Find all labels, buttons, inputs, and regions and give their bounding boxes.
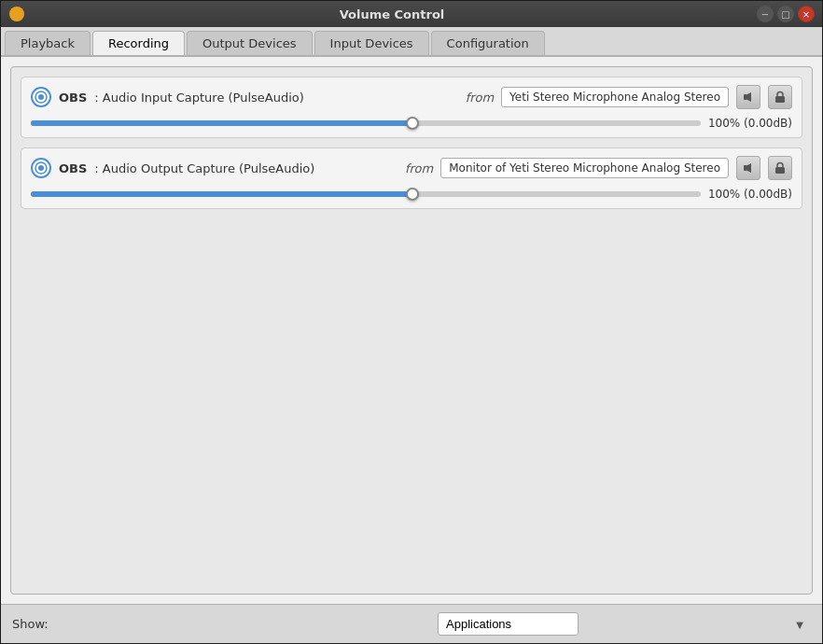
svg-point-2: [14, 11, 20, 17]
obs-output-app-name: OBS: [59, 161, 87, 175]
obs-input-app-name: OBS: [59, 91, 87, 105]
tab-configuration[interactable]: Configuration: [431, 31, 545, 55]
window-title: Volume Control: [27, 7, 757, 21]
obs-input-lock-button[interactable]: [768, 85, 792, 109]
obs-input-volume-value: 100% (0.00dB): [708, 117, 792, 130]
channel-header: OBS : Audio Input Capture (PulseAudio) f…: [31, 85, 792, 109]
tab-playback[interactable]: Playback: [5, 31, 91, 55]
footer: Show: Applications All Streams Recording…: [1, 604, 822, 643]
restore-button[interactable]: □: [777, 6, 794, 22]
app-icon: [8, 5, 27, 23]
tab-bar: Playback Recording Output Devices Input …: [1, 27, 822, 57]
obs-output-volume-value: 100% (0.00dB): [708, 188, 792, 201]
show-select-wrapper: Applications All Streams Recording Appli…: [438, 612, 811, 636]
close-button[interactable]: ×: [798, 6, 815, 22]
show-select[interactable]: Applications All Streams Recording Appli…: [438, 612, 579, 636]
obs-output-lock-button[interactable]: [768, 156, 792, 180]
tab-input-devices[interactable]: Input Devices: [314, 31, 429, 55]
obs-input-mute-button[interactable]: [736, 85, 760, 109]
svg-rect-5: [744, 94, 747, 100]
obs-input-from-label: from: [466, 91, 494, 105]
obs-input-icon: [31, 87, 51, 107]
channel-row: OBS : Audio Output Capture (PulseAudio) …: [21, 147, 802, 209]
obs-output-mute-button[interactable]: [736, 156, 760, 180]
obs-output-from-label: from: [405, 161, 433, 175]
channel-header: OBS : Audio Output Capture (PulseAudio) …: [31, 156, 792, 180]
obs-output-slider-track[interactable]: [31, 191, 701, 197]
show-label: Show:: [12, 617, 49, 631]
svg-rect-12: [775, 167, 785, 174]
obs-input-description: : Audio Input Capture (PulseAudio): [94, 91, 304, 105]
svg-rect-10: [744, 165, 747, 171]
main-content: OBS : Audio Input Capture (PulseAudio) f…: [1, 57, 822, 604]
obs-input-slider-fill: [31, 120, 412, 126]
obs-input-slider-area: 100% (0.00dB): [31, 117, 792, 130]
svg-marker-11: [747, 163, 751, 173]
obs-output-slider-thumb[interactable]: [406, 188, 419, 201]
svg-point-9: [38, 165, 44, 171]
obs-input-slider-track[interactable]: [31, 120, 701, 126]
tab-recording[interactable]: Recording: [92, 31, 185, 55]
titlebar: Volume Control − □ ×: [1, 1, 822, 27]
obs-output-slider-area: 100% (0.00dB): [31, 188, 792, 201]
svg-point-4: [38, 94, 44, 100]
main-window: Volume Control − □ × Playback Recording …: [0, 0, 823, 644]
obs-input-source: Yeti Stereo Microphone Analog Stereo: [501, 87, 729, 107]
svg-marker-6: [747, 92, 751, 102]
tab-output-devices[interactable]: Output Devices: [187, 31, 313, 55]
svg-rect-7: [775, 96, 785, 103]
recording-panel: OBS : Audio Input Capture (PulseAudio) f…: [10, 66, 813, 595]
channel-row: OBS : Audio Input Capture (PulseAudio) f…: [21, 77, 802, 138]
minimize-button[interactable]: −: [757, 6, 774, 22]
obs-input-slider-thumb[interactable]: [406, 117, 419, 130]
obs-output-source: Monitor of Yeti Stereo Microphone Analog…: [440, 158, 729, 178]
obs-output-slider-fill: [31, 191, 412, 197]
window-controls: − □ ×: [757, 6, 815, 22]
obs-output-description: : Audio Output Capture (PulseAudio): [94, 161, 314, 175]
obs-output-icon: [31, 158, 51, 178]
